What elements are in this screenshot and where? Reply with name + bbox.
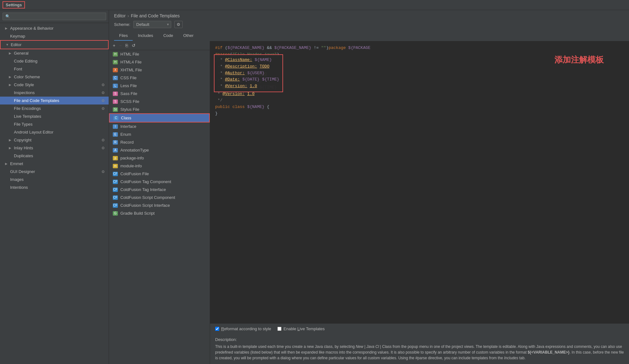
file-icon: p (113, 156, 118, 160)
file-name: module-info (120, 164, 142, 168)
file-item-stylus-file[interactable]: StStylus File (109, 105, 210, 113)
tab-other[interactable]: Other (178, 31, 199, 41)
file-item-css-file[interactable]: CCSS File (109, 74, 210, 82)
file-name: AnnotationType (120, 148, 149, 152)
file-item-sass-file[interactable]: SSass File (109, 90, 210, 98)
file-list-panel: + − ⎘ ↺ HHTML FileHHTML4 FileXXHTML File… (109, 41, 210, 364)
sidebar-item-copyright[interactable]: Copyright⚙ (0, 136, 109, 144)
file-icon: X (113, 68, 118, 72)
file-icon: S (113, 99, 118, 104)
sidebar-item-emmet[interactable]: Emmet (0, 160, 109, 168)
file-name: Record (120, 140, 134, 145)
tab-includes[interactable]: Includes (133, 31, 158, 41)
copy-button[interactable]: ⎘ (124, 42, 129, 49)
title-bar-title: Settings (3, 1, 25, 9)
file-item-record[interactable]: RRecord (109, 138, 210, 146)
tab-files[interactable]: Files (114, 31, 133, 41)
file-name: Interface (120, 124, 136, 129)
nav-tree: Appearance & BehaviorKeymapEditorGeneral… (0, 23, 109, 364)
file-name: ColdFusion Script Component (120, 195, 175, 200)
file-item-gradle-build-script[interactable]: GGradle Build Script (109, 209, 210, 217)
file-name: ColdFusion Script Interface (120, 203, 170, 208)
file-icon: m (113, 164, 118, 168)
sidebar-item-images[interactable]: Images (0, 176, 109, 183)
arrow-icon (9, 83, 12, 87)
sidebar-item-intentions[interactable]: Intentions (0, 183, 109, 191)
sidebar-item-file-code-templates[interactable]: File and Code Templates⚙ (0, 97, 109, 104)
add-button[interactable]: + (112, 42, 117, 49)
sidebar-item-label: General (14, 51, 105, 56)
file-item-annotation-type[interactable]: AAnnotationType (109, 146, 210, 154)
sidebar-item-general[interactable]: General (0, 49, 109, 57)
settings-icon: ⚙ (101, 138, 105, 142)
sidebar-item-label: Emmet (10, 161, 105, 166)
content-header: Editor › File and Code Templates Scheme:… (109, 10, 629, 31)
file-item-less-file[interactable]: LLess File (109, 82, 210, 90)
search-input[interactable] (3, 13, 106, 20)
sidebar-item-label: GUI Designer (10, 169, 100, 174)
sidebar-item-font[interactable]: Font (0, 65, 109, 73)
file-item-coldfusion-script-interface[interactable]: CFColdFusion Script Interface (109, 201, 210, 209)
sidebar-item-color-scheme[interactable]: Color Scheme (0, 73, 109, 81)
sidebar-item-keymap[interactable]: Keymap (0, 32, 109, 40)
sidebar-item-label: Code Style (14, 82, 100, 87)
sidebar-item-inspections[interactable]: Inspections⚙ (0, 89, 109, 97)
code-line: #if (${PACKAGE_NAME} && ${PACKAGE_NAME} … (215, 45, 624, 51)
code-line: public class ${NAME} { (215, 104, 624, 110)
sidebar: Appearance & BehaviorKeymapEditorGeneral… (0, 10, 109, 364)
file-list-toolbar: + − ⎘ ↺ (109, 41, 210, 50)
file-name: Class (121, 116, 131, 120)
sidebar-item-appearance[interactable]: Appearance & Behavior (0, 24, 109, 32)
sidebar-item-live-templates[interactable]: Live Templates (0, 112, 109, 120)
scheme-label: Scheme: (114, 22, 130, 27)
breadcrumb-editor[interactable]: Editor (114, 13, 126, 18)
gear-button[interactable]: ⚙ (174, 21, 183, 28)
file-item-module-info[interactable]: mmodule-info (109, 162, 210, 170)
sidebar-item-code-editing[interactable]: Code Editing (0, 57, 109, 65)
file-icon: L (113, 84, 118, 88)
breadcrumb-current: File and Code Templates (131, 13, 180, 18)
sidebar-item-inlay-hints[interactable]: Inlay Hints⚙ (0, 144, 109, 152)
file-item-enum[interactable]: EEnum (109, 130, 210, 138)
sidebar-item-label: File Types (14, 122, 105, 127)
file-item-coldfusion-script-component[interactable]: CFColdFusion Script Component (109, 194, 210, 201)
file-item-html4-file[interactable]: HHTML4 File (109, 58, 210, 66)
file-item-scss-file[interactable]: SSCSS File (109, 98, 210, 105)
file-item-html-file[interactable]: HHTML File (109, 50, 210, 58)
description-title: Description: (215, 337, 624, 342)
file-item-class[interactable]: CClass (109, 113, 210, 122)
reformat-checkbox[interactable] (215, 327, 219, 331)
live-templates-checkbox[interactable] (277, 327, 281, 331)
file-name: HTML4 File (120, 60, 142, 64)
sidebar-item-file-encodings[interactable]: File Encodings⚙ (0, 104, 109, 112)
file-item-coldfusion-tag-interface[interactable]: CFColdFusion Tag Interface (109, 186, 210, 194)
code-area[interactable]: * @ClassName: ${NAME} * @Description: TO… (210, 41, 629, 324)
bottom-controls: Reformat according to style Enable Live … (210, 324, 629, 334)
tab-code[interactable]: Code (158, 31, 178, 41)
sidebar-item-code-style[interactable]: Code Style⚙ (0, 81, 109, 89)
file-item-package-info[interactable]: ppackage-info (109, 154, 210, 162)
file-icon: R (113, 140, 118, 145)
file-item-coldfusion-file[interactable]: CFColdFusion File (109, 170, 210, 178)
file-item-xhtml-file[interactable]: XXHTML File (109, 66, 210, 74)
reformat-row: Reformat according to style (215, 326, 271, 331)
reset-button[interactable]: ↺ (130, 42, 137, 49)
sidebar-item-android-layout[interactable]: Android Layout Editor (0, 128, 109, 136)
sidebar-item-editor[interactable]: Editor (0, 40, 109, 49)
sidebar-item-duplicates[interactable]: Duplicates (0, 152, 109, 160)
remove-button[interactable]: − (118, 42, 123, 49)
scheme-select[interactable]: DefaultProject (133, 21, 171, 28)
file-icon: I (113, 124, 118, 129)
sidebar-item-label: Duplicates (14, 153, 105, 158)
file-icon: S (113, 92, 118, 96)
sidebar-item-label: Live Templates (14, 114, 105, 119)
live-templates-label[interactable]: Enable Live Templates (283, 326, 325, 331)
annotation-overlay: * @ClassName: ${NAME} * @Description: TO… (214, 54, 283, 92)
reformat-label[interactable]: Reformat according to style (221, 326, 271, 331)
main-layout: Appearance & BehaviorKeymapEditorGeneral… (0, 10, 629, 364)
sidebar-item-gui-designer[interactable]: GUI Designer⚙ (0, 168, 109, 176)
scheme-row: Scheme: DefaultProject ▼ ⚙ (114, 21, 624, 28)
file-item-coldfusion-tag-component[interactable]: CFColdFusion Tag Component (109, 178, 210, 186)
sidebar-item-file-types[interactable]: File Types (0, 120, 109, 128)
file-item-interface[interactable]: IInterface (109, 122, 210, 130)
